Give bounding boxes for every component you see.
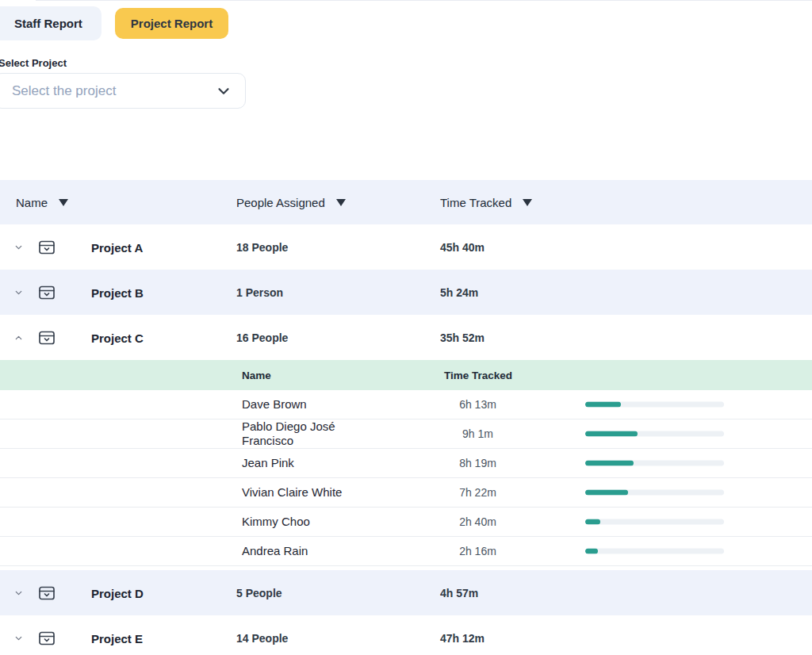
- tab-project-report[interactable]: Project Report: [115, 8, 228, 39]
- progress-fill: [585, 461, 634, 466]
- progress-fill: [585, 549, 598, 554]
- people-assigned: 16 People: [236, 331, 288, 344]
- time-progress-bar: [585, 549, 724, 554]
- select-project-label: Select Project: [0, 57, 67, 69]
- staff-time: 2h 16m: [420, 545, 535, 557]
- project-name: Project C: [91, 331, 144, 344]
- time-tracked: 47h 12m: [440, 632, 485, 645]
- column-header-name[interactable]: Name: [16, 180, 68, 224]
- project-row-d[interactable]: Project D 5 People 4h 57m: [0, 570, 812, 615]
- project-name: Project E: [91, 631, 143, 645]
- top-divider: [36, 0, 812, 1]
- people-assigned: 18 People: [236, 241, 288, 254]
- project-name: Project B: [91, 285, 144, 299]
- sort-triangle-icon[interactable]: [59, 199, 68, 206]
- column-header-time[interactable]: Time Tracked: [440, 180, 532, 224]
- archive-icon: [37, 328, 56, 347]
- project-report-page: Staff Report Project Report Select Proje…: [0, 0, 812, 655]
- time-progress-bar: [585, 519, 724, 525]
- archive-icon: [37, 283, 56, 302]
- staff-name: Pablo Diego José Francisco: [242, 419, 362, 448]
- chevron-down-icon[interactable]: [13, 287, 24, 297]
- table-header: Name People Assigned Time Tracked: [0, 180, 812, 224]
- time-progress-bar: [585, 402, 724, 408]
- staff-row: Pablo Diego José Francisco 9h 1m: [0, 419, 812, 449]
- chevron-down-icon[interactable]: [13, 242, 24, 252]
- archive-icon: [37, 629, 56, 648]
- staff-time: 7h 22m: [420, 486, 535, 499]
- time-tracked: 45h 40m: [440, 241, 485, 254]
- progress-fill: [585, 402, 621, 408]
- chevron-down-icon[interactable]: [13, 588, 24, 598]
- project-row-c[interactable]: Project C 16 People 35h 52m: [0, 315, 812, 360]
- people-assigned: 14 People: [236, 632, 288, 645]
- staff-time: 9h 1m: [420, 427, 535, 440]
- staff-name: Andrea Rain: [242, 544, 362, 558]
- column-header-people[interactable]: People Assigned: [236, 180, 346, 224]
- time-tracked: 35h 52m: [440, 331, 485, 344]
- project-name: Project A: [91, 240, 143, 254]
- sort-triangle-icon[interactable]: [523, 199, 532, 206]
- progress-fill: [585, 431, 638, 437]
- project-row-b[interactable]: Project B 1 Person 5h 24m: [0, 270, 812, 315]
- staff-row: Kimmy Choo 2h 40m: [0, 508, 812, 537]
- subtable-column-name: Name: [242, 370, 271, 381]
- project-select-dropdown[interactable]: Select the project: [0, 73, 246, 109]
- sort-triangle-icon[interactable]: [336, 199, 346, 206]
- staff-row: Vivian Claire White 7h 22m: [0, 478, 812, 508]
- time-progress-bar: [585, 431, 724, 437]
- time-progress-bar: [585, 490, 724, 496]
- staff-time: 2h 40m: [420, 515, 535, 528]
- report-tabs: Staff Report Project Report: [0, 6, 228, 40]
- people-assigned: 1 Person: [236, 286, 283, 299]
- chevron-down-icon: [215, 82, 232, 100]
- staff-name: Dave Brown: [242, 397, 362, 412]
- chevron-up-icon[interactable]: [13, 332, 24, 343]
- staff-row: Andrea Rain 2h 16m: [0, 537, 812, 566]
- projects-table: Name People Assigned Time Tracked: [0, 180, 812, 655]
- staff-time: 6h 13m: [420, 398, 535, 411]
- project-row-e[interactable]: Project E 14 People 47h 12m: [0, 615, 812, 655]
- subtable-column-time: Time Tracked: [444, 370, 512, 381]
- archive-icon: [37, 238, 56, 257]
- subtable-header: Name Time Tracked: [0, 360, 812, 390]
- staff-row: Jean Pink 8h 19m: [0, 449, 812, 478]
- time-progress-bar: [585, 461, 724, 466]
- archive-icon: [37, 584, 56, 603]
- project-row-a[interactable]: Project A 18 People 45h 40m: [0, 224, 812, 270]
- tab-staff-report[interactable]: Staff Report: [0, 6, 102, 40]
- staff-name: Vivian Claire White: [242, 485, 362, 500]
- people-assigned: 5 People: [236, 587, 282, 599]
- staff-name: Kimmy Choo: [242, 515, 362, 529]
- staff-row: Dave Brown 6h 13m: [0, 390, 812, 419]
- staff-time: 8h 19m: [420, 457, 535, 469]
- progress-fill: [585, 490, 628, 496]
- progress-fill: [585, 519, 600, 525]
- project-name: Project D: [91, 586, 144, 599]
- time-tracked: 4h 57m: [440, 587, 478, 599]
- chevron-down-icon[interactable]: [13, 633, 24, 643]
- staff-name: Jean Pink: [242, 456, 362, 470]
- project-select-placeholder: Select the project: [12, 83, 215, 99]
- time-tracked: 5h 24m: [440, 286, 478, 299]
